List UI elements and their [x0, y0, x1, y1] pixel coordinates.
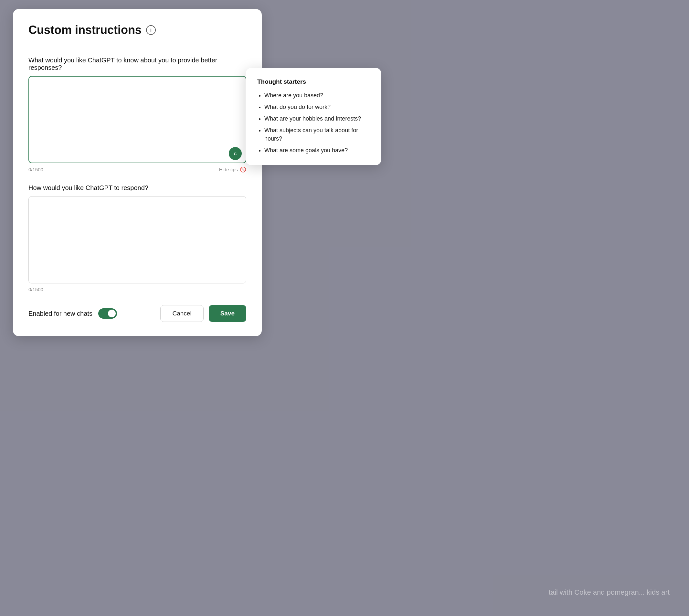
list-item: What do you do for work? [264, 103, 370, 111]
section1-label: What would you like ChatGPT to know abou… [28, 57, 246, 71]
section2-label: How would you like ChatGPT to respond? [28, 184, 246, 192]
svg-text:G: G [234, 152, 237, 156]
no-eye-icon: 🚫 [240, 167, 246, 173]
section1-footer: 0/1500 Hide tips 🚫 [28, 167, 246, 173]
list-item: What subjects can you talk about for hou… [264, 126, 370, 143]
thought-starters-list: Where are you based? What do you do for … [257, 91, 370, 155]
list-item: What are your hobbies and interests? [264, 114, 370, 123]
save-button[interactable]: Save [209, 305, 246, 322]
section1-textarea-wrapper: G [28, 76, 246, 164]
thought-starters-popup: Thought starters Where are you based? Wh… [246, 68, 381, 165]
section2-textarea[interactable] [28, 196, 246, 283]
modal-title: Custom instructions [28, 23, 141, 37]
background-chat-text: tail with Coke and pomegran... kids art [549, 588, 670, 597]
section2: How would you like ChatGPT to respond? 0… [28, 184, 246, 292]
thought-starters-title: Thought starters [257, 78, 370, 85]
section2-char-count: 0/1500 [28, 287, 43, 292]
header-divider [28, 46, 246, 46]
modal-header: Custom instructions i [28, 23, 246, 37]
hide-tips-label: Hide tips [219, 167, 238, 172]
footer-buttons: Cancel Save [160, 305, 246, 322]
section2-textarea-wrapper [28, 196, 246, 285]
cancel-button[interactable]: Cancel [160, 305, 203, 322]
custom-instructions-modal: Custom instructions i What would you lik… [13, 9, 262, 336]
enabled-toggle[interactable] [98, 308, 117, 319]
enabled-for-new-chats: Enabled for new chats [28, 308, 117, 319]
section1: What would you like ChatGPT to know abou… [28, 57, 246, 173]
info-icon[interactable]: i [146, 25, 156, 35]
hide-tips-button[interactable]: Hide tips 🚫 [219, 167, 246, 173]
section2-footer: 0/1500 [28, 287, 246, 292]
section1-textarea[interactable] [28, 76, 246, 163]
grammarly-icon[interactable]: G [229, 147, 242, 160]
list-item: What are some goals you have? [264, 146, 370, 154]
section1-char-count: 0/1500 [28, 167, 43, 172]
list-item: Where are you based? [264, 91, 370, 100]
toggle-knob [108, 310, 116, 317]
modal-footer: Enabled for new chats Cancel Save [28, 305, 246, 322]
enabled-label-text: Enabled for new chats [28, 310, 92, 317]
